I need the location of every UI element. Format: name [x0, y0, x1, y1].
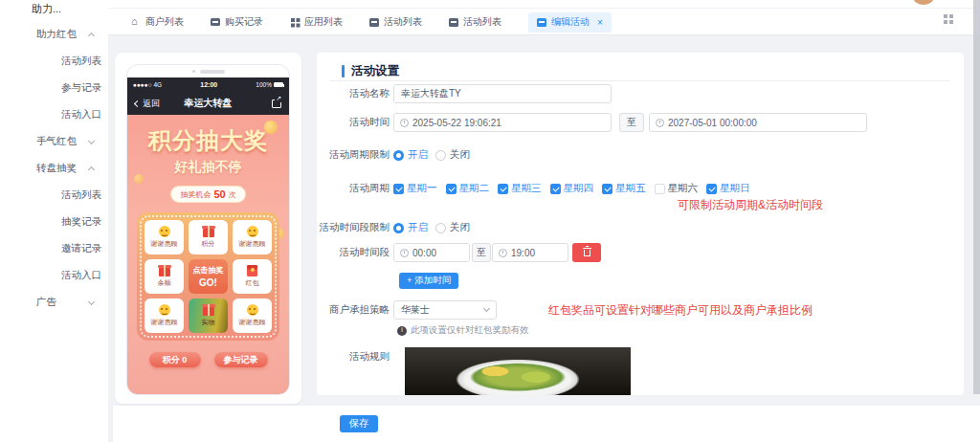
gift-icon — [159, 268, 170, 276]
sidebar-item-activity-list-1[interactable]: 活动列表 — [0, 48, 108, 75]
timespan-start-input[interactable]: 00:00 — [393, 243, 470, 262]
prize-cell: 积分 — [189, 220, 228, 254]
prize-label: 谢谢惠顾 — [239, 318, 266, 327]
checkbox-checked-icon — [446, 184, 457, 194]
rules-row: 活动规则 — [317, 347, 631, 395]
draw-go-label: GO! — [199, 277, 217, 288]
red-envelope-icon — [247, 265, 257, 276]
weekday-label: 星期日 — [720, 182, 750, 195]
merchant-strategy-select[interactable]: 华莱士 — [393, 300, 497, 320]
smiley-icon — [247, 226, 258, 237]
sidebar-item-label: 广告 — [36, 296, 56, 309]
tab-edit-activity[interactable]: 编辑活动× — [528, 12, 612, 33]
activity-name-input[interactable] — [393, 84, 612, 103]
vertical-scrollbar[interactable] — [973, 0, 980, 394]
weekday-label: 星期四 — [564, 182, 594, 195]
start-datetime-input[interactable]: 2025-05-22 19:06:21 — [393, 113, 612, 132]
clock-icon — [400, 119, 409, 127]
clock-icon — [400, 249, 409, 257]
sidebar-item-zhuli-hongbao[interactable]: 助力红包 — [0, 21, 108, 48]
weekday-sunday-checkbox[interactable]: 星期日 — [706, 182, 750, 195]
tab-merchant-list[interactable]: ⌂商户列表 — [131, 15, 184, 29]
weekday-label: 星期三 — [511, 182, 542, 195]
sidebar-item-guanggao[interactable]: 广告 — [0, 289, 108, 316]
coin-decoration — [134, 174, 144, 184]
tab-app-list[interactable]: 应用列表 — [290, 15, 343, 29]
timespan-end-input[interactable]: 19:00 — [492, 243, 568, 262]
weekday-thursday-checkbox[interactable]: 星期四 — [550, 182, 594, 195]
weekday-saturday-checkbox[interactable]: 星期六 — [655, 182, 699, 195]
chances-count: 50 — [213, 188, 225, 200]
field-label: 活动时间段 — [317, 246, 393, 259]
sidebar-item-collapsed-top[interactable]: 助力... — [0, 0, 108, 21]
checkbox-checked-icon — [706, 184, 717, 194]
save-bar: 保存 — [113, 406, 980, 442]
timespan-end-value: 19:00 — [511, 248, 535, 258]
smiley-icon — [159, 304, 170, 316]
weekday-label: 星期六 — [668, 182, 699, 195]
sidebar-item-label: 活动入口 — [61, 269, 101, 282]
signal-indicator: ●●●●○ 4G — [133, 81, 162, 88]
weekday-tuesday-checkbox[interactable]: 星期二 — [446, 182, 490, 195]
sidebar-item-activity-list-2[interactable]: 活动列表 — [0, 182, 108, 209]
delete-timespan-button[interactable] — [572, 243, 601, 262]
tab-activity-list-2[interactable]: 活动列表 — [449, 15, 501, 29]
field-label: 商户承担策略 — [317, 303, 393, 317]
avatar[interactable] — [911, 0, 936, 5]
cycle-limit-on-radio[interactable]: 开启 — [393, 148, 428, 162]
weekday-label: 星期二 — [459, 182, 490, 195]
phone-speaker — [127, 65, 289, 77]
sidebar-item-activity-entry-1[interactable]: 活动入口 — [0, 101, 108, 128]
tab-label: 应用列表 — [304, 15, 343, 29]
prize-label: 谢谢惠顾 — [239, 239, 266, 249]
draw-button: 点击抽奖GO! — [189, 259, 228, 294]
field-label: 活动周期 — [317, 182, 393, 195]
tab-activity-list-1[interactable]: 活动列表 — [369, 15, 422, 29]
prize-label: 谢谢惠顾 — [151, 239, 178, 249]
apps-grid-icon[interactable] — [944, 14, 953, 24]
chevron-down-icon — [483, 305, 490, 312]
cycle-limit-off-radio[interactable]: 关闭 — [435, 148, 470, 162]
tab-label: 商户列表 — [145, 15, 184, 29]
share-icon — [272, 99, 281, 108]
tab-label: 编辑活动 — [551, 15, 590, 29]
sidebar-item-participation-records[interactable]: 参与记录 — [0, 75, 108, 101]
close-icon[interactable]: × — [597, 17, 603, 28]
prize-label: 余额 — [158, 278, 171, 288]
activity-name-row: 活动名称 — [317, 84, 612, 103]
sidebar-item-invite-records[interactable]: 邀请记录 — [0, 235, 108, 262]
sidebar-item-label: 助力红包 — [36, 28, 77, 41]
section-header: 活动设置 — [330, 61, 950, 81]
timespan-limit-off-radio[interactable]: 关闭 — [435, 221, 470, 234]
checkbox-icon — [655, 184, 665, 194]
end-datetime-value: 2027-05-01 00:00:00 — [668, 118, 757, 128]
sidebar-item-activity-entry-2[interactable]: 活动入口 — [0, 262, 108, 289]
timespan-limit-on-radio[interactable]: 开启 — [393, 221, 428, 234]
prize-label: 红包 — [246, 278, 259, 288]
end-datetime-input[interactable]: 2027-05-01 00:00:00 — [649, 113, 867, 132]
weekday-wednesday-checkbox[interactable]: 星期三 — [498, 182, 542, 195]
prize-label: 谢谢惠顾 — [151, 318, 178, 327]
tab-purchase-records[interactable]: 购买记录 — [211, 15, 263, 29]
save-button[interactable]: 保存 — [340, 415, 378, 432]
add-time-button[interactable]: + 添加时间 — [399, 273, 458, 289]
sidebar-item-zhuanpan-choujiang[interactable]: 转盘抽奖 — [0, 155, 108, 182]
prize-cell: 实物 — [189, 298, 228, 333]
prize-cell: 余额 — [145, 259, 184, 294]
weekday-monday-checkbox[interactable]: 星期一 — [393, 182, 437, 195]
cycle-limit-row: 活动周期限制 开启 关闭 — [317, 148, 470, 162]
sidebar-item-shouqi-hongbao[interactable]: 手气红包 — [0, 128, 108, 155]
section-title: 活动设置 — [351, 63, 399, 79]
sidebar-item-lottery-records[interactable]: 抽奖记录 — [0, 209, 108, 235]
select-value: 华莱士 — [401, 303, 430, 317]
weekday-friday-checkbox[interactable]: 星期五 — [602, 182, 646, 195]
sidebar: 助力... 助力红包 活动列表 参与记录 活动入口 手气红包 转盘抽奖 活动列表… — [0, 0, 108, 442]
sidebar-item-label: 助力... — [32, 3, 61, 14]
rules-image[interactable] — [405, 347, 631, 395]
draw-label: 点击抽奖 — [193, 265, 224, 276]
coin-decoration — [264, 121, 278, 134]
merchant-strategy-row: 商户承担策略 华莱士 — [317, 300, 497, 320]
radio-selected-icon — [393, 150, 404, 161]
prize-label: 积分 — [202, 239, 215, 249]
field-label: 活动时间 — [317, 116, 393, 129]
